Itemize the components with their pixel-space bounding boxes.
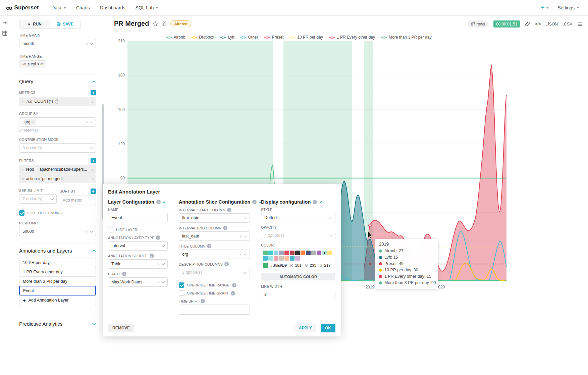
opacity-select[interactable]: 4 option(s) bbox=[261, 231, 335, 240]
remove-icon[interactable]: × bbox=[21, 167, 24, 172]
ok-button[interactable]: OK bbox=[321, 324, 335, 332]
annotation-source-select[interactable]: Table × bbox=[108, 259, 168, 269]
legend-item-preset[interactable]: Preset bbox=[264, 35, 284, 40]
add-metric-button[interactable]: + bbox=[91, 90, 96, 95]
color-swatch[interactable] bbox=[317, 251, 321, 255]
sort-by-add-metric[interactable]: Add metric bbox=[60, 196, 96, 205]
hide-layer-checkbox[interactable]: HIDE LAYER bbox=[108, 227, 168, 232]
color-swatch[interactable] bbox=[263, 251, 268, 255]
annotation-layer-item[interactable]: More than 3 PR per day bbox=[19, 276, 96, 286]
group-by-select[interactable]: org × × bbox=[19, 117, 96, 127]
menu-icon[interactable] bbox=[577, 22, 582, 26]
clear-icon[interactable]: × bbox=[85, 42, 88, 46]
name-input[interactable]: Event bbox=[108, 213, 168, 222]
hex-value-input[interactable]: #B5E9D9 bbox=[270, 263, 287, 267]
annotation-layer-item[interactable]: 1 PR Every other day bbox=[19, 267, 96, 277]
b-value-input[interactable]: 217 bbox=[324, 263, 331, 267]
legend-item-1-pr-every-other-day[interactable]: 1 PR Every other day bbox=[329, 35, 375, 40]
color-swatch[interactable] bbox=[284, 256, 289, 261]
time-shift-input[interactable] bbox=[179, 305, 250, 315]
edit-icon[interactable] bbox=[162, 21, 167, 26]
clear-icon[interactable]: × bbox=[239, 234, 242, 238]
clear-icon[interactable]: × bbox=[85, 229, 88, 234]
line-width-input[interactable]: 3 bbox=[261, 290, 335, 299]
interval-end-select[interactable]: last_date × bbox=[179, 231, 250, 241]
color-swatch-selected[interactable] bbox=[322, 251, 327, 255]
color-swatch[interactable] bbox=[295, 256, 300, 261]
add-filter-button[interactable]: + bbox=[91, 158, 96, 163]
nav-item-dashboards[interactable]: Dashboards bbox=[100, 5, 125, 10]
color-swatch[interactable] bbox=[327, 251, 332, 255]
color-swatch[interactable] bbox=[311, 251, 316, 255]
override-time-range-checkbox[interactable]: OVERRIDE TIME RANGE i bbox=[179, 282, 250, 288]
series-limit-select[interactable]: 7 option(s) bbox=[19, 194, 57, 204]
r-value-input[interactable]: 181 bbox=[295, 263, 302, 267]
chart-select[interactable]: Max Work Dates × bbox=[108, 277, 168, 287]
group-by-tag[interactable]: org × bbox=[22, 119, 36, 125]
style-select[interactable]: Dotted bbox=[261, 213, 335, 222]
color-swatch[interactable] bbox=[274, 256, 278, 261]
superset-brand[interactable]: ∞ Superset bbox=[6, 3, 39, 12]
collapse-datasource-icon[interactable] bbox=[2, 20, 8, 25]
annotation-layer-item-selected[interactable]: Event bbox=[19, 286, 96, 296]
legend-item-lyft[interactable]: Lyft bbox=[220, 35, 234, 40]
remove-tag-icon[interactable]: × bbox=[32, 120, 34, 124]
color-swatch[interactable] bbox=[268, 251, 273, 255]
legend-item-other[interactable]: Other bbox=[240, 35, 258, 40]
legend-item-airbnb[interactable]: Airbnb bbox=[166, 35, 185, 40]
predictive-section-header[interactable]: Predictive Analytics bbox=[19, 317, 96, 327]
legend-item-10-pr-per-day[interactable]: 10 PR per day bbox=[289, 35, 323, 40]
interval-start-select[interactable]: first_date bbox=[179, 213, 250, 223]
remove-button[interactable]: REMOVE bbox=[108, 324, 134, 332]
clear-icon[interactable]: × bbox=[157, 280, 160, 284]
description-columns-select[interactable]: 3 option(s) bbox=[179, 268, 250, 277]
metric-pill[interactable]: × ƒ(x) COUNT(*) ? › bbox=[19, 97, 96, 106]
color-swatch[interactable] bbox=[301, 251, 305, 255]
clear-icon[interactable]: × bbox=[85, 120, 88, 124]
legend-item-more-than-3-pr[interactable]: More than 3 PR per day bbox=[381, 35, 431, 40]
color-swatch[interactable] bbox=[290, 251, 295, 255]
color-swatch[interactable] bbox=[295, 251, 300, 255]
filter-pill[interactable]: × repo = 'apache/incubator-supers... › bbox=[19, 165, 96, 174]
g-value-input[interactable]: 233 bbox=[310, 263, 316, 267]
run-button[interactable]: RUN bbox=[19, 20, 50, 29]
export-csv-button[interactable]: .CSV bbox=[563, 22, 572, 26]
nav-item-sql-lab[interactable]: SQL Lab bbox=[136, 5, 159, 10]
contribution-mode-select[interactable]: 3 option(s) bbox=[19, 143, 96, 153]
star-icon[interactable] bbox=[153, 21, 158, 26]
title-column-select[interactable]: org × bbox=[179, 250, 250, 259]
time-grain-select[interactable]: month × bbox=[19, 39, 96, 48]
remove-icon[interactable]: × bbox=[21, 99, 24, 104]
new-menu[interactable]: + bbox=[541, 5, 549, 11]
grid-icon[interactable] bbox=[2, 31, 8, 36]
nav-item-data[interactable]: Data bbox=[51, 5, 66, 10]
legend-item-dropbox[interactable]: Dropbox bbox=[191, 35, 214, 40]
apply-button[interactable]: APPLY bbox=[295, 324, 316, 332]
filter-pill[interactable]: × action = 'pr_merged' › bbox=[19, 174, 96, 183]
add-annotation-layer-button[interactable]: + Add Annotation Layer bbox=[19, 296, 96, 305]
export-json-button[interactable]: .JSON bbox=[546, 22, 558, 26]
nav-item-charts[interactable]: Charts bbox=[76, 5, 90, 10]
clear-icon[interactable]: × bbox=[157, 262, 160, 266]
color-swatch[interactable] bbox=[268, 256, 273, 261]
color-swatch[interactable] bbox=[306, 251, 311, 255]
annotation-layer-item[interactable]: 10 PR per day bbox=[19, 258, 96, 267]
color-swatch[interactable] bbox=[279, 251, 284, 255]
add-sort-metric-button[interactable]: + bbox=[91, 189, 96, 194]
color-swatch[interactable] bbox=[263, 256, 268, 261]
override-time-grain-checkbox[interactable]: OVERRIDE TIME GRAIN i bbox=[179, 290, 250, 296]
time-range-tag[interactable]: -∞ ≤ col < ∞ bbox=[19, 60, 46, 67]
embed-code-icon[interactable]: </> bbox=[535, 22, 541, 26]
annotations-section-header[interactable]: Annotations and Layers bbox=[19, 244, 96, 254]
annotation-layer-type-select[interactable]: Interval bbox=[108, 241, 168, 251]
color-swatch[interactable] bbox=[284, 251, 289, 255]
share-link-icon[interactable] bbox=[525, 21, 530, 26]
color-swatch[interactable] bbox=[274, 251, 278, 255]
sort-descending-checkbox[interactable]: SORT DESCENDING bbox=[19, 210, 96, 216]
color-swatch[interactable] bbox=[279, 256, 284, 261]
remove-icon[interactable]: × bbox=[21, 177, 24, 181]
settings-menu[interactable]: Settings bbox=[557, 5, 579, 10]
clear-icon[interactable]: × bbox=[239, 252, 242, 257]
row-limit-select[interactable]: 50000 × bbox=[19, 227, 96, 236]
automatic-color-button[interactable]: AUTOMATIC COLOR bbox=[261, 273, 335, 280]
